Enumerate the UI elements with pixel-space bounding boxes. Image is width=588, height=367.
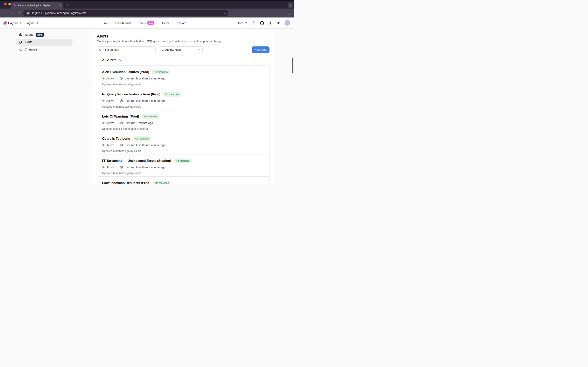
share-link-icon[interactable] xyxy=(276,21,280,25)
alert-name[interactable]: Lots Of Warnings (Prod) xyxy=(102,115,139,118)
chevron-right-icon[interactable] xyxy=(97,59,100,61)
minimize-window-button[interactable] xyxy=(8,3,11,5)
close-window-button[interactable] xyxy=(4,3,7,5)
org-switcher-icon[interactable] xyxy=(20,22,22,24)
page-subtitle: Monitor your application with scheduled … xyxy=(97,40,270,43)
alert-row[interactable]: Slow Ingestion Requests (Prod) No matche… xyxy=(97,176,269,184)
sidebar-item-alerts[interactable]: Alerts xyxy=(16,39,73,46)
slack-icon[interactable] xyxy=(252,21,256,25)
alert-last-run: Last run less than a minute ago xyxy=(125,77,165,80)
match-status-badge: No matches xyxy=(173,158,192,163)
alert-status: Active xyxy=(106,77,114,80)
browser-tab[interactable]: Alerts · logfire/logfire · Pydant ✕ xyxy=(11,2,63,8)
evals-beta-badge: beta xyxy=(147,21,154,25)
address-bar[interactable]: logfire-eu.pydantic.info/logfire/logfire… xyxy=(23,10,228,16)
pydantic-favicon-icon xyxy=(13,4,16,7)
alert-status: Active xyxy=(106,99,114,102)
back-button[interactable] xyxy=(2,10,9,16)
active-status-dot xyxy=(102,166,105,168)
alert-row[interactable]: Lots Of Warnings (Prod) No matches Activ… xyxy=(97,110,269,132)
sidebar: Issues Beta Alerts Channels xyxy=(16,31,73,53)
chevron-down-icon xyxy=(197,49,200,51)
alert-updated: Updated 6 months ago by nicola xyxy=(102,83,264,86)
nav-evals[interactable]: Evals beta xyxy=(138,21,154,25)
alert-row[interactable]: FF Streaming — Unexpected Errors (Stagin… xyxy=(97,154,269,176)
org-name[interactable]: Logfire xyxy=(8,21,18,25)
play-circle-icon xyxy=(120,77,123,80)
alerts-controls: Group by: None New Alert xyxy=(97,46,270,53)
primary-nav: Live Dashboards Evals beta Alerts Explor… xyxy=(103,21,187,25)
alert-last-run: Last run less than a minute ago xyxy=(125,143,165,147)
alert-last-run: Last run less than a minute ago xyxy=(125,166,165,169)
alert-list: Alert Execution Failures (Prod) No match… xyxy=(97,66,270,184)
app-header: Logfire / logfire Live Dashboards Evals … xyxy=(0,17,294,29)
alert-updated: Updated 6 months ago by nicola xyxy=(102,150,264,152)
alert-name[interactable]: No Query Worker Instance Free (Prod) xyxy=(102,92,160,96)
all-alerts-group-header[interactable]: All Alerts 53 xyxy=(97,58,270,62)
active-status-dot xyxy=(102,122,105,124)
sidebar-item-label: Channels xyxy=(25,48,38,51)
nav-dashboards[interactable]: Dashboards xyxy=(115,21,131,25)
group-label: All Alerts xyxy=(102,58,117,62)
alert-last-run: Last run 1 minute ago xyxy=(125,121,153,125)
bell-icon xyxy=(19,40,22,44)
nav-alerts[interactable]: Alerts xyxy=(162,21,169,25)
group-count: 53 xyxy=(119,58,122,62)
tab-title: Alerts · logfire/logfire · Pydant xyxy=(18,4,57,7)
tab-search-button[interactable] xyxy=(288,2,293,8)
logfire-logo-icon xyxy=(3,21,7,25)
alert-status: Active xyxy=(106,121,114,125)
alerts-panel: Alerts Monitor your application with sch… xyxy=(91,30,276,184)
play-circle-icon xyxy=(120,121,123,125)
play-circle-icon xyxy=(120,166,123,169)
breadcrumb-separator: / xyxy=(24,21,25,25)
alert-name[interactable]: Slow Ingestion Requests (Prod) xyxy=(102,181,150,184)
issue-alert-icon xyxy=(19,33,22,36)
new-alert-button[interactable]: New Alert xyxy=(252,46,270,53)
docs-link[interactable]: Docs xyxy=(237,21,247,25)
sidebar-item-channels[interactable]: Channels xyxy=(16,46,73,53)
nav-live[interactable]: Live xyxy=(103,21,108,25)
page-scrollbar-thumb[interactable] xyxy=(292,58,293,73)
user-avatar[interactable]: L xyxy=(285,20,290,26)
play-circle-icon xyxy=(120,143,123,147)
group-by-value: Group by: None xyxy=(162,48,181,51)
browser-menu-button[interactable]: ⋮ xyxy=(288,11,291,15)
alert-status: Active xyxy=(106,166,114,169)
project-name[interactable]: logfire xyxy=(27,21,35,25)
forward-button[interactable] xyxy=(9,10,16,16)
alert-row[interactable]: Alert Execution Failures (Prod) No match… xyxy=(97,66,269,88)
search-input[interactable] xyxy=(103,48,153,51)
alert-status: Active xyxy=(106,143,114,147)
active-status-dot xyxy=(102,144,105,146)
active-status-dot xyxy=(102,100,105,102)
alert-name[interactable]: Alert Execution Failures (Prod) xyxy=(102,70,149,74)
match-status-badge: No matches xyxy=(163,92,181,97)
alert-search[interactable] xyxy=(97,46,155,53)
match-status-badge: No matches xyxy=(153,181,171,184)
alert-row[interactable]: No Query Worker Instance Free (Prod) No … xyxy=(97,88,269,110)
site-settings-icon[interactable] xyxy=(25,10,30,16)
play-circle-icon xyxy=(120,99,123,102)
breadcrumb: Logfire / logfire xyxy=(4,21,38,25)
group-by-select[interactable]: Group by: None xyxy=(159,46,203,53)
bookmark-star-icon[interactable]: ☆ xyxy=(224,11,226,15)
url-text: logfire-eu.pydantic.info/logfire/logfire… xyxy=(32,11,222,15)
match-status-badge: No matches xyxy=(152,70,170,74)
browser-toolbar: logfire-eu.pydantic.info/logfire/logfire… xyxy=(0,8,294,17)
alert-name[interactable]: FF Streaming — Unexpected Errors (Stagin… xyxy=(102,159,171,163)
new-tab-button[interactable]: + xyxy=(66,3,68,7)
github-icon[interactable] xyxy=(260,21,264,25)
close-tab-icon[interactable]: ✕ xyxy=(59,4,61,7)
sidebar-item-issues[interactable]: Issues Beta xyxy=(16,31,73,38)
search-icon xyxy=(99,48,102,51)
page-title: Alerts xyxy=(97,34,270,38)
project-switcher-icon[interactable] xyxy=(36,22,38,24)
browser-tab-strip: Alerts · logfire/logfire · Pydant ✕ + xyxy=(0,1,294,8)
theme-toggle-sun-icon[interactable] xyxy=(268,21,272,25)
reload-button[interactable] xyxy=(16,10,22,16)
header-actions: Docs xyxy=(237,20,290,26)
alert-row[interactable]: Query Is Too Long No matches Active Last… xyxy=(97,132,269,154)
alert-name[interactable]: Query Is Too Long xyxy=(102,137,130,141)
nav-explore[interactable]: Explore xyxy=(177,21,187,25)
